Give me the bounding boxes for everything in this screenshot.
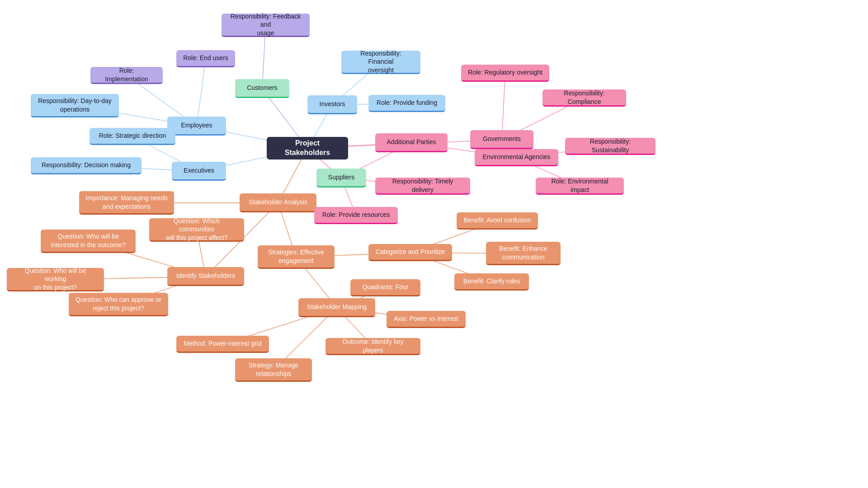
benefit-clarify-node: Benefit: Clarify roles (454, 273, 529, 291)
role-end-users-node: Role: End users (176, 50, 235, 67)
benefit-avoid-confusion-node: Benefit: Avoid confusion (457, 212, 538, 230)
stakeholder-mapping-node: Stakeholder Mapping (298, 298, 375, 317)
quadrants-four-node: Quadrants: Four (350, 279, 420, 296)
q-approve-node: Question: Who can approve or reject this… (69, 293, 168, 316)
q-interested-node: Question: Who will be interested in the … (41, 230, 136, 253)
importance-managing-node: Importance: Managing needs and expectati… (79, 191, 174, 215)
svg-line-16 (502, 73, 505, 140)
suppliers-node: Suppliers (316, 169, 366, 188)
q-working-node: Question: Who will be working on this pr… (7, 268, 104, 291)
method-power-interest-node: Method: Power-interest grid (176, 336, 269, 353)
governments-node: Governments (470, 130, 533, 149)
strategies-engagement-node: Strategies: Effective engagement (258, 245, 335, 269)
role-regulatory-node: Role: Regulatory oversight (461, 65, 549, 82)
env-agencies-node: Environmental Agencies (475, 149, 558, 166)
additional-parties-node: Additional Parties (375, 133, 448, 152)
role-provide-resources-node: Role: Provide resources (314, 207, 398, 224)
stakeholder-analysis-node: Stakeholder Analysis (240, 193, 316, 212)
role-strategic-node: Role: Strategic direction (90, 128, 175, 145)
categorize-prioritize-node: Categorize and Prioritize (368, 244, 452, 261)
executives-node: Executives (172, 162, 226, 181)
resp-feedback-node: Responsibility: Feedback and usage (222, 14, 310, 37)
role-implementation-node: Role: Implementation (90, 67, 163, 84)
identify-stakeholders-node: Identify Stakeholders (167, 267, 244, 286)
customers-node: Customers (235, 79, 289, 98)
mindmap-canvas: Project StakeholdersEmployeesCustomersIn… (0, 0, 868, 488)
employees-node: Employees (167, 117, 226, 136)
benefit-enhance-comm-node: Benefit: Enhance communication (486, 242, 561, 265)
resp-decision-node: Responsibility: Decision making (31, 157, 142, 174)
resp-compliance-node: Responsibility: Compliance (542, 89, 626, 107)
resp-financial-node: Responsibility: Financial oversight (341, 51, 420, 74)
q-communities-node: Question: Which communities will this pr… (149, 218, 244, 242)
resp-day-to-day-node: Responsibility: Day-to-day operations (31, 94, 119, 117)
investors-node: Investors (307, 95, 357, 114)
resp-timely-node: Responsibility: Timely delivery (375, 178, 470, 195)
role-provide-funding-node: Role: Provide funding (368, 95, 445, 112)
svg-line-8 (197, 59, 206, 126)
axis-power-node: Axis: Power vs Interest (387, 311, 466, 328)
resp-sustainability-node: Responsibility: Sustainability (565, 138, 656, 155)
center-node: Project Stakeholders (267, 137, 348, 160)
role-env-impact-node: Role: Environmental impact (536, 178, 624, 195)
strategy-manage-node: Strategy: Manage relationships (235, 358, 312, 382)
outcome-identify-node: Outcome: Identify key players (326, 338, 420, 355)
